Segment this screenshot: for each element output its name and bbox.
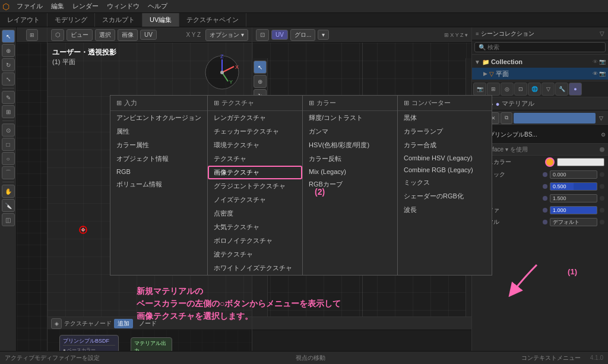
normal-socket[interactable] — [543, 220, 547, 224]
props-tab-render[interactable]: 📷 — [473, 83, 486, 96]
metallic-value[interactable]: 0.000 — [550, 170, 597, 179]
tree-plane-item[interactable]: ▶ ▽ 平面 👁 📷 — [472, 68, 608, 80]
dropdown-item-checker[interactable]: チェッカーテクスチャ — [208, 125, 302, 138]
node-add-btn[interactable]: 追加 — [114, 319, 133, 328]
dropdown-item-gradient[interactable]: グラジエントテクスチャ — [208, 179, 302, 193]
dropdown-item-pointdensity[interactable]: 点密度 — [208, 207, 302, 220]
tool-loop-cut[interactable]: ◫ — [2, 213, 15, 226]
blender-logo[interactable]: ⬡ — [2, 2, 10, 11]
dropdown-item-combine-color[interactable]: カラー合成 — [398, 138, 492, 152]
dropdown-item-whitenoise[interactable]: ホワイトノイズテクスチャ — [208, 261, 302, 275]
uv-select-btn[interactable]: ▾ — [318, 30, 329, 40]
uv-select-tool[interactable]: ↖ — [254, 61, 267, 74]
dropdown-item-image-texture[interactable]: 画像テクスチャ — [208, 166, 302, 179]
uv-btn[interactable]: UV — [140, 30, 157, 40]
dropdown-item-combine-hsv[interactable]: Combine HSV (Legacy) — [398, 152, 492, 164]
scene-search[interactable] — [474, 42, 606, 52]
tool-rotate[interactable]: ↻ — [2, 58, 15, 71]
view-btn[interactable]: ビュー — [66, 29, 93, 41]
props-tab-scene[interactable]: ⊡ — [514, 83, 527, 96]
tool-scale[interactable]: ⤡ — [2, 72, 15, 86]
dropdown-item-invert[interactable]: カラー反転 — [303, 152, 397, 166]
scene-menu-btn[interactable]: ≡ — [476, 31, 479, 37]
use-nodes-btn[interactable] — [600, 147, 604, 152]
props-tab-view[interactable]: ◎ — [501, 83, 514, 96]
dropdown-item-noise[interactable]: ノイズテクスチャ — [208, 193, 302, 207]
tab-modeling[interactable]: モデリング — [48, 13, 95, 27]
dropdown-item-wavelength[interactable]: 波長 — [398, 203, 492, 217]
roughness-value[interactable]: 0.500 — [550, 182, 597, 191]
tool-cursor[interactable]: ⊙ — [2, 124, 15, 137]
tab-texture-paint[interactable]: テクスチャペイン — [179, 13, 246, 27]
dropdown-item-blackbody[interactable]: 黒体 — [398, 111, 492, 125]
uv-editor-type-btn[interactable]: ⊡ — [256, 29, 269, 41]
tool-annotate[interactable]: ✎ — [2, 91, 15, 104]
tab-uv-edit[interactable]: UV編集 — [142, 13, 179, 27]
uv-tab[interactable]: UV — [271, 30, 288, 40]
tree-scene-collection[interactable]: ▼ 📁 Collection 👁 📷 — [472, 56, 608, 68]
mat-name-field[interactable] — [514, 113, 596, 124]
alpha-socket[interactable] — [543, 208, 547, 213]
tool-grab[interactable]: ✋ — [2, 185, 15, 198]
dropdown-item-wave[interactable]: 波テクスチャ — [208, 248, 302, 261]
dropdown-item-attribute[interactable]: 属性 — [110, 125, 207, 138]
dropdown-item-voronoi[interactable]: ボロノイテクスチャ — [208, 234, 302, 248]
dropdown-item-mix-legacy[interactable]: Mix (Legacy) — [303, 166, 397, 178]
tool-circle[interactable]: ○ — [2, 152, 15, 165]
tab-layout[interactable]: レイアウト — [0, 13, 48, 27]
tool-knife[interactable]: 🔪 — [2, 199, 15, 212]
viewport-gizmo[interactable]: X Y Z — [204, 55, 240, 90]
options-btn[interactable]: オプション ▾ — [205, 29, 248, 41]
dropdown-item-volume[interactable]: ボリューム情報 — [110, 178, 207, 191]
props-tab-material[interactable]: ● — [569, 83, 582, 96]
plane-visibility[interactable]: 👁 — [593, 71, 598, 77]
dropdown-item-brightness[interactable]: 輝度/コントラスト — [303, 111, 397, 125]
glo-tab[interactable]: グロ... — [290, 29, 315, 41]
menu-render[interactable]: レンダー — [69, 1, 102, 12]
mat-copy-btn[interactable]: ⧉ — [501, 112, 512, 124]
dropdown-item-combine-rgb[interactable]: Combine RGB (Legacy) — [398, 164, 492, 176]
collection-render[interactable]: 📷 — [599, 59, 606, 65]
tool-measure[interactable]: ⊞ — [2, 105, 15, 118]
editor-type-btn[interactable]: ⬡ — [51, 29, 64, 41]
dropdown-item-gamma[interactable]: ガンマ — [303, 125, 397, 138]
ior-value[interactable]: 1.500 — [550, 194, 597, 202]
dropdown-item-brick[interactable]: レンガテクスチャ — [208, 111, 302, 125]
tool-move[interactable]: ⊕ — [2, 44, 15, 57]
metallic-dot[interactable] — [600, 172, 604, 177]
alpha-value[interactable]: 1.000 — [550, 206, 597, 214]
normal-value[interactable]: デフォルト — [550, 218, 597, 226]
collection-visibility[interactable]: 👁 — [593, 59, 598, 65]
ior-socket[interactable] — [543, 196, 547, 201]
props-tab-output[interactable]: ⊞ — [487, 83, 500, 96]
dropdown-item-tex[interactable]: テクスチャ — [208, 152, 302, 166]
base-color-value[interactable] — [557, 158, 604, 166]
menu-file[interactable]: ファイル — [13, 1, 46, 12]
plane-render[interactable]: 📷 — [599, 71, 606, 77]
dropdown-item-color-attr[interactable]: カラー属性 — [110, 138, 207, 152]
roughness-dot[interactable] — [600, 184, 604, 189]
mat-settings-btn[interactable]: ⚙ — [601, 132, 606, 138]
tab-sculpt[interactable]: スカルプト — [95, 13, 142, 27]
uv-move-tool[interactable]: ⊕ — [254, 75, 267, 88]
image-btn[interactable]: 画像 — [118, 29, 138, 41]
dropdown-item-object-info[interactable]: オブジェクト情報 — [110, 152, 207, 166]
menu-window[interactable]: ウィンドウ — [103, 1, 143, 12]
dropdown-item-hsv[interactable]: HSV(色相/彩度/明度) — [303, 138, 397, 152]
dropdown-item-mix[interactable]: ミックス — [398, 176, 492, 189]
props-tab-modifier[interactable]: 🔧 — [555, 83, 568, 96]
dropdown-item-shader-to-rgb[interactable]: シェーダーのRGB化 — [398, 189, 492, 203]
roughness-socket[interactable] — [543, 184, 547, 189]
dropdown-item-colorramp[interactable]: カラーランプ — [398, 125, 492, 138]
dropdown-item-sky[interactable]: 大気テクスチャ — [208, 220, 302, 234]
menu-edit[interactable]: 編集 — [48, 1, 68, 12]
menu-help[interactable]: ヘルプ — [144, 1, 171, 12]
tool-box[interactable]: □ — [2, 138, 15, 151]
metallic-socket[interactable] — [543, 172, 547, 177]
ior-dot[interactable] — [600, 196, 604, 201]
normal-dot[interactable] — [600, 220, 604, 224]
alpha-dot[interactable] — [600, 208, 604, 213]
select-btn[interactable]: 選択 — [95, 29, 115, 41]
mat-filter-btn[interactable]: ▽ — [597, 115, 606, 121]
tool-select[interactable]: ↖ — [2, 30, 15, 43]
